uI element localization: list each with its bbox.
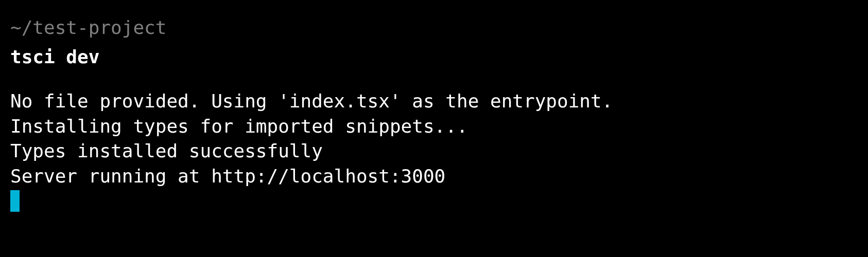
cursor-line	[10, 189, 858, 214]
terminal-window[interactable]: ~/test-project tsci dev No file provided…	[10, 15, 858, 214]
output-line: No file provided. Using 'index.tsx' as t…	[10, 89, 858, 114]
cursor-icon	[10, 190, 20, 212]
prompt-path: ~/test-project	[10, 15, 858, 41]
output-line: Types installed successfully	[10, 139, 858, 164]
command-text: tsci dev	[10, 45, 858, 70]
output-line: Server running at http://localhost:3000	[10, 164, 858, 189]
output-line: Installing types for imported snippets..…	[10, 114, 858, 139]
